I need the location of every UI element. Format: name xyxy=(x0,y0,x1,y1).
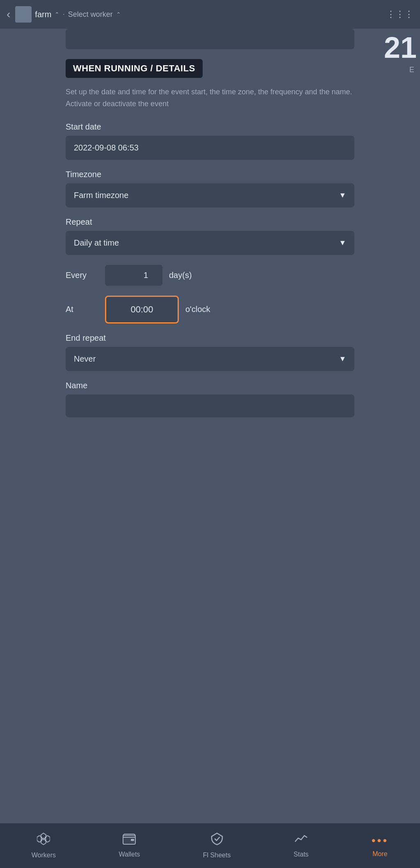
nav-wallets[interactable]: Wallets xyxy=(119,833,140,858)
end-repeat-field: End repeat Never ▼ xyxy=(66,333,354,371)
timezone-label: Timezone xyxy=(66,170,354,179)
nav-workers[interactable]: Workers xyxy=(32,832,56,859)
every-row: Every day(s) xyxy=(66,265,354,286)
repeat-chevron-icon: ▼ xyxy=(339,239,346,247)
farm-name: farm xyxy=(35,10,51,19)
farm-avatar xyxy=(15,6,32,23)
svg-marker-3 xyxy=(45,836,50,842)
every-suffix: day(s) xyxy=(169,271,192,280)
worker-selector[interactable]: Select worker xyxy=(68,10,113,19)
workers-icon xyxy=(37,832,50,848)
name-field: Name xyxy=(66,381,354,417)
at-suffix: o'clock xyxy=(185,305,210,314)
name-input-area[interactable] xyxy=(66,394,354,417)
repeat-select[interactable]: Daily at time ▼ xyxy=(66,231,354,255)
fl-sheets-icon xyxy=(211,832,223,848)
stats-label: Stats xyxy=(294,851,308,858)
start-date-input[interactable] xyxy=(66,136,354,160)
farm-chevron-icon[interactable]: ⌃ xyxy=(55,11,59,18)
end-repeat-select[interactable]: Never ▼ xyxy=(66,347,354,371)
name-label: Name xyxy=(66,381,354,390)
nav-more[interactable]: ••• More xyxy=(372,834,388,858)
fl-sheets-label: Fl Sheets xyxy=(203,852,231,859)
back-button[interactable]: ‹ xyxy=(7,8,10,21)
at-label: At xyxy=(66,305,98,314)
end-repeat-value: Never xyxy=(74,354,96,364)
timezone-value: Farm timezone xyxy=(74,191,128,200)
timezone-chevron-icon: ▼ xyxy=(339,191,346,200)
worker-chevron-icon[interactable]: ⌃ xyxy=(116,11,121,18)
wallets-icon xyxy=(123,833,136,847)
content-top-bar xyxy=(66,29,354,49)
at-row: At o'clock xyxy=(66,296,354,324)
side-number: 21 xyxy=(381,29,420,66)
side-letter: E xyxy=(409,66,414,74)
repeat-field: Repeat Daily at time ▼ xyxy=(66,217,354,255)
timezone-field: Timezone Farm timezone ▼ xyxy=(66,170,354,207)
header: ‹ farm ⌃ · Select worker ⌃ ⋮⋮⋮ xyxy=(0,0,420,29)
workers-label: Workers xyxy=(32,852,56,859)
bottom-nav: Workers Wallets Fl Sheets xyxy=(0,823,420,868)
end-repeat-chevron-icon: ▼ xyxy=(339,355,346,363)
grid-menu-icon[interactable]: ⋮⋮⋮ xyxy=(386,9,413,20)
nav-stats[interactable]: Stats xyxy=(294,833,308,858)
start-date-label: Start date xyxy=(66,122,354,132)
stats-icon xyxy=(294,833,308,847)
more-label: More xyxy=(372,850,387,858)
more-icon: ••• xyxy=(372,834,388,847)
every-input[interactable] xyxy=(105,265,162,286)
repeat-value: Daily at time xyxy=(74,238,119,248)
timezone-select[interactable]: Farm timezone ▼ xyxy=(66,183,354,207)
section-title: WHEN RUNNING / DETAILS xyxy=(66,59,203,78)
page-wrapper: ‹ farm ⌃ · Select worker ⌃ ⋮⋮⋮ 21 E WHEN… xyxy=(0,0,420,868)
end-repeat-label: End repeat xyxy=(66,333,354,343)
nav-fl-sheets[interactable]: Fl Sheets xyxy=(203,832,231,859)
at-time-input[interactable] xyxy=(105,296,179,324)
main-panel: WHEN RUNNING / DETAILS Set up the date a… xyxy=(54,29,366,489)
svg-rect-5 xyxy=(131,839,134,841)
repeat-label: Repeat xyxy=(66,217,354,227)
start-date-field: Start date xyxy=(66,122,354,160)
svg-marker-2 xyxy=(37,836,42,842)
every-label: Every xyxy=(66,271,98,280)
description-text: Set up the date and time for the event s… xyxy=(66,86,354,110)
header-title-area: farm ⌃ · Select worker ⌃ xyxy=(15,6,386,23)
header-dot: · xyxy=(63,11,64,18)
wallets-label: Wallets xyxy=(119,851,140,858)
